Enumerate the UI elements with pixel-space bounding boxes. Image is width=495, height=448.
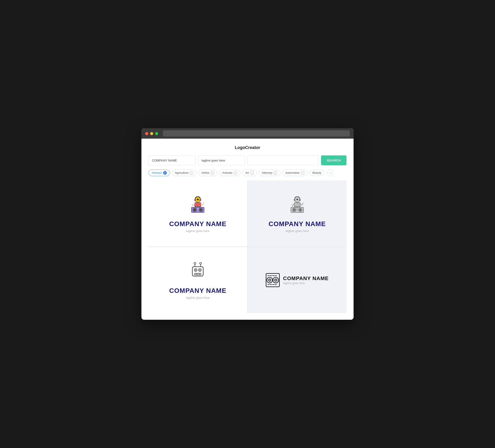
filter-label-agriculture: Agriculture — [175, 171, 188, 174]
filter-bar: Abstract ✓ Agriculture ✓ Airline ✓ Anima… — [149, 169, 346, 176]
filter-chip-airline[interactable]: Airline ✓ — [198, 169, 217, 176]
svg-text:♪: ♪ — [192, 203, 193, 206]
filter-label-attorney: Attorney — [262, 171, 273, 174]
svg-point-53 — [275, 280, 276, 280]
logo-4-tagline: tagline goes here — [283, 281, 329, 285]
svg-point-50 — [269, 280, 270, 280]
filter-label-beauty: Beauty — [313, 171, 321, 174]
svg-point-41 — [195, 269, 196, 270]
filter-chip-automotive[interactable]: Automotive ✓ — [282, 169, 307, 176]
filter-chip-animals[interactable]: Animals ✓ — [219, 169, 240, 176]
check-icon-airline: ✓ — [210, 171, 214, 175]
svg-point-34 — [194, 262, 196, 264]
check-icon-art: ✓ — [250, 171, 254, 175]
logo-1-tagline: tagline goes here — [186, 229, 209, 233]
tagline-input[interactable] — [198, 155, 245, 165]
filter-label-airline: Airline — [201, 171, 209, 174]
logo-1-company: COMPANY NAME — [169, 220, 227, 228]
browser-titlebar — [141, 128, 354, 139]
check-icon-animals: ✓ — [233, 171, 237, 175]
svg-point-29 — [300, 209, 301, 210]
speaker-text-wrap: COMPANY NAME tagline goes here — [283, 275, 329, 285]
app-title: LogoCreator — [149, 145, 346, 150]
svg-rect-2 — [194, 199, 196, 201]
filter-label-automotive: Automotive — [285, 171, 299, 174]
app-content: LogoCreator SEARCH Abstract ✓ Agricultur… — [141, 139, 354, 320]
filter-label-abstract: Abstract — [151, 171, 162, 174]
filter-chip-abstract[interactable]: Abstract ✓ — [149, 169, 170, 176]
svg-rect-21 — [294, 203, 300, 207]
dj-color-illustration: ♪ — [187, 194, 208, 216]
logo-3-tagline: tagline goes here — [186, 296, 209, 299]
svg-rect-20 — [299, 199, 301, 201]
filter-next-button[interactable]: → — [327, 169, 334, 176]
logo-2-company: COMPANY NAME — [268, 220, 326, 228]
extra-search-input[interactable] — [248, 155, 319, 165]
logo-card-3[interactable]: COMPANY NAME tagline goes here — [149, 247, 247, 313]
filter-chip-agriculture[interactable]: Agriculture ✓ — [172, 169, 196, 176]
svg-line-7 — [203, 203, 204, 205]
svg-line-22 — [292, 204, 294, 206]
logo-3-company: COMPANY NAME — [169, 287, 227, 294]
search-bar: SEARCH — [149, 155, 346, 165]
minimize-button[interactable] — [150, 132, 153, 135]
logo-card-4[interactable]: COMPANY NAME tagline goes here — [248, 247, 347, 313]
check-icon-abstract: ✓ — [163, 171, 167, 175]
filter-label-animals: Animals — [222, 171, 233, 174]
svg-point-10 — [194, 209, 195, 210]
close-button[interactable] — [145, 132, 148, 135]
speaker-icon — [266, 273, 280, 287]
logo-card-2[interactable]: ♪ COMPANY NAME tagline goes here — [248, 180, 347, 246]
check-icon-automotive: ✓ — [301, 171, 304, 175]
robot-illustration — [187, 261, 208, 283]
svg-line-24 — [302, 203, 303, 205]
logo-grid: ♪ COMPANY NAME tagline goes here — [149, 180, 346, 313]
svg-point-12 — [200, 209, 202, 210]
svg-point-1 — [197, 198, 199, 200]
svg-point-27 — [293, 209, 295, 210]
svg-point-36 — [200, 262, 202, 264]
check-icon-agriculture: ✓ — [190, 171, 193, 175]
svg-point-18 — [296, 198, 298, 200]
speaker-logo-wrap: COMPANY NAME tagline goes here — [266, 273, 329, 287]
maximize-button[interactable] — [155, 132, 158, 135]
logo-4-company: COMPANY NAME — [283, 275, 329, 281]
svg-text:♪: ♪ — [291, 203, 292, 206]
company-name-input[interactable] — [149, 155, 196, 165]
logo-2-tagline: tagline goes here — [286, 229, 309, 233]
dj-mono-illustration: ♪ — [287, 194, 308, 216]
filter-chip-beauty[interactable]: Beauty — [309, 170, 324, 176]
logo-card-1[interactable]: ♪ COMPANY NAME tagline goes here — [149, 180, 247, 246]
svg-rect-4 — [195, 203, 201, 207]
url-bar[interactable] — [163, 130, 350, 137]
browser-window: LogoCreator SEARCH Abstract ✓ Agricultur… — [141, 128, 354, 320]
svg-rect-19 — [294, 199, 295, 201]
check-icon-attorney: ✓ — [274, 171, 277, 175]
filter-chip-art[interactable]: Art ✓ — [242, 169, 257, 176]
svg-point-42 — [199, 269, 201, 270]
search-button[interactable]: SEARCH — [321, 155, 346, 165]
filter-label-art: Art — [245, 171, 249, 174]
svg-line-5 — [193, 204, 195, 206]
filter-chip-attorney[interactable]: Attorney ✓ — [259, 169, 280, 176]
svg-rect-3 — [200, 199, 201, 201]
